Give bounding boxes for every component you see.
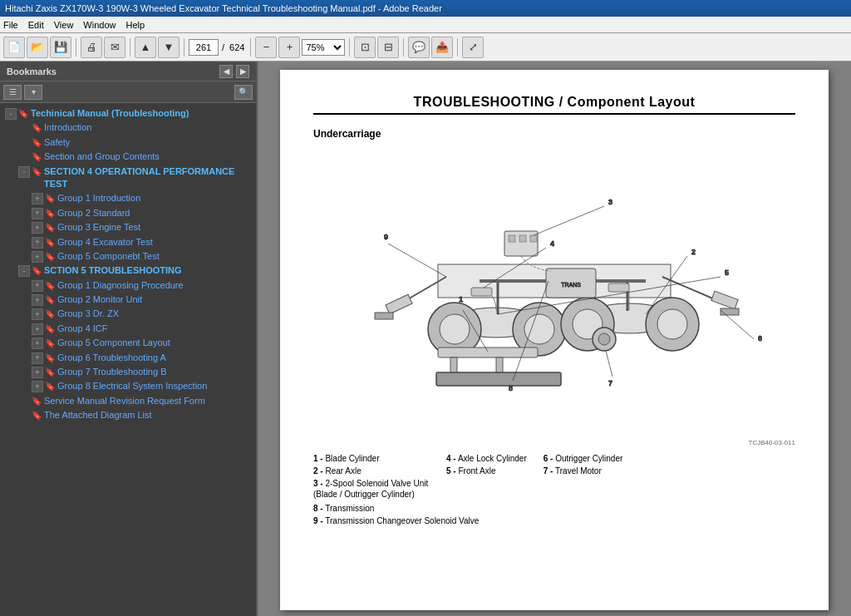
expand-btn[interactable]: + (32, 381, 43, 392)
bookmark-icon: 🔖 (45, 280, 55, 292)
right-panel[interactable]: TROUBLESHOOTING / Component Layout Under… (258, 62, 851, 616)
collapse-panel-button[interactable]: ◀ (219, 65, 233, 78)
expand-btn[interactable]: + (32, 208, 43, 219)
expand-btn[interactable]: + (32, 237, 43, 249)
menu-edit[interactable]: Edit (28, 20, 44, 30)
legend-1-num: 1 - (313, 454, 323, 463)
tree-item-sec4[interactable]: -🔖SECTION 4 OPERATIONAL PERFORMANCE TEST (0, 165, 256, 192)
zoom-out-button[interactable]: − (255, 37, 277, 58)
tree-item-g1intro[interactable]: +🔖Group 1 Introduction (0, 191, 256, 205)
tree-item-smrr[interactable]: 🔖Service Manual Revision Request Form (0, 394, 256, 408)
svg-text:5: 5 (725, 269, 729, 277)
email-button[interactable]: ✉ (104, 37, 125, 58)
svg-rect-20 (721, 308, 739, 315)
fit-width-button[interactable]: ⊟ (377, 37, 399, 58)
new-button[interactable]: 📄 (3, 37, 25, 58)
open-button[interactable]: 📂 (27, 37, 48, 58)
expand-button[interactable]: ⤢ (462, 37, 484, 58)
tree-label: The Attached Diagram List (44, 409, 256, 421)
tree-item-adl[interactable]: 🔖The Attached Diagram List (0, 408, 256, 422)
sep1 (76, 38, 76, 57)
title-bar: Hitachi Zaxis ZX170W-3 190W-3 Wheeled Ex… (0, 0, 851, 17)
tree-item-s5g5[interactable]: +🔖Group 5 Component Layout (0, 336, 256, 350)
bm-expand-button[interactable]: ▾ (24, 85, 42, 100)
legend-8-num: 8 - (313, 504, 323, 513)
legend-7-text: Travel Motor (555, 466, 602, 476)
tree-item-sec5[interactable]: -🔖SCTION 5 TROUBLESHOOTING (0, 264, 256, 278)
page-number-input[interactable] (189, 39, 219, 56)
expand-btn[interactable]: + (32, 251, 43, 263)
sep5 (349, 38, 350, 57)
svg-rect-23 (496, 357, 503, 374)
title-bar-text: Hitachi Zaxis ZX170W-3 190W-3 Wheeled Ex… (5, 3, 442, 13)
sep4 (250, 38, 251, 57)
toolbar: 📄 📂 💾 🖨 ✉ ▲ ▼ / 624 − + 75% 100% 125% 15… (0, 33, 851, 62)
menu-view[interactable]: View (54, 20, 74, 30)
tree-label: Group 2 Standard (57, 207, 256, 219)
diagram-ref: TCJB40-03-011 (313, 439, 795, 446)
share-button[interactable]: 📤 (431, 37, 453, 58)
expand-btn[interactable]: - (5, 108, 17, 120)
tree-item-section-group[interactable]: 🔖Section and Group Contents (0, 150, 256, 164)
left-panel: Bookmarks ◀ ▶ ☰ ▾ 🔍 -🔖Techinical Manual … (0, 62, 258, 616)
tree-item-g5comp[interactable]: +🔖Group 5 Componebt Test (0, 249, 256, 264)
legend-5: 5 - Front Axle (446, 466, 527, 476)
tree-label: Service Manual Revision Request Form (44, 395, 256, 407)
panel-menu-button[interactable]: ▶ (236, 65, 249, 78)
menu-bar: File Edit View Window Help (0, 17, 851, 33)
legend-3-num: 3 - (313, 479, 323, 488)
tree-label: Group 5 Component Layout (57, 337, 256, 349)
expand-btn[interactable]: + (32, 352, 43, 364)
expand-btn[interactable]: + (32, 308, 43, 320)
next-page-button[interactable]: ▼ (158, 37, 180, 58)
tree-item-root[interactable]: -🔖Techinical Manual (Troubleshooting) (0, 106, 256, 121)
legend-8: 8 - Transmission (313, 503, 479, 514)
bookmark-icon: 🔖 (45, 237, 55, 249)
expand-btn[interactable]: + (32, 367, 43, 378)
tree-item-g3eng[interactable]: +🔖Group 3 Engine Test (0, 220, 256, 234)
tree-item-s5g7[interactable]: +🔖Group 7 Troubleshooting B (0, 365, 256, 379)
svg-rect-32 (608, 283, 629, 292)
prev-page-button[interactable]: ▲ (135, 37, 156, 58)
legend-2-num: 2 - (313, 466, 323, 476)
menu-window[interactable]: Window (83, 20, 116, 30)
expand-btn[interactable]: + (32, 323, 43, 335)
comment-button[interactable]: 💬 (408, 37, 430, 58)
tree-item-g4exc[interactable]: +🔖Group 4 Excavator Test (0, 235, 256, 249)
expand-btn[interactable]: - (18, 166, 30, 178)
menu-help[interactable]: Help (125, 20, 145, 30)
svg-text:4: 4 (550, 239, 554, 248)
total-pages: 624 (229, 42, 244, 52)
tree-item-safety[interactable]: 🔖Safety (0, 136, 256, 150)
sep3 (184, 38, 184, 57)
expand-btn[interactable]: + (32, 280, 43, 292)
bm-list-button[interactable]: ☰ (3, 85, 22, 100)
legend-7-num: 7 - (544, 466, 553, 476)
legend-3: 3 - 2-Spool Solenoid Valve Unit (Blade /… (313, 478, 430, 500)
tree-item-intro[interactable]: 🔖Introduction (0, 121, 256, 135)
menu-file[interactable]: File (3, 20, 18, 30)
tree-item-s5g4[interactable]: +🔖Group 4 ICF (0, 322, 256, 336)
legend-4-num: 4 - (446, 454, 456, 463)
expand-btn[interactable]: + (32, 338, 43, 349)
tree-item-g2std[interactable]: +🔖Group 2 Standard (0, 206, 256, 220)
tree-item-s5g6[interactable]: +🔖Group 6 Troubleshooting A (0, 351, 256, 365)
expand-btn[interactable]: + (32, 193, 43, 205)
bookmark-icon: 🔖 (18, 108, 28, 120)
bm-search-button[interactable]: 🔍 (234, 85, 253, 100)
expand-btn[interactable]: + (32, 294, 43, 306)
save-button[interactable]: 💾 (50, 37, 71, 58)
zoom-select[interactable]: 75% 100% 125% 150% (302, 39, 345, 56)
tree-item-s5g2[interactable]: +🔖Group 2 Monitor Unit (0, 293, 256, 307)
tree-item-s5g8[interactable]: +🔖Group 8 Electrical System Inspection (0, 379, 256, 393)
expand-btn[interactable]: + (32, 222, 43, 234)
fit-page-button[interactable]: ⊡ (354, 37, 376, 58)
tree-item-s5g1[interactable]: +🔖Group 1 Diagnosing Procedure (0, 278, 256, 293)
legend-8-text: Transmission (325, 504, 374, 513)
tree-item-s5g3[interactable]: +🔖Group 3 Dr. ZX (0, 307, 256, 321)
zoom-in-button[interactable]: + (278, 37, 300, 58)
expand-btn[interactable]: - (18, 265, 30, 277)
sep2 (130, 38, 130, 57)
svg-point-11 (657, 309, 687, 339)
print-button[interactable]: 🖨 (81, 37, 102, 58)
